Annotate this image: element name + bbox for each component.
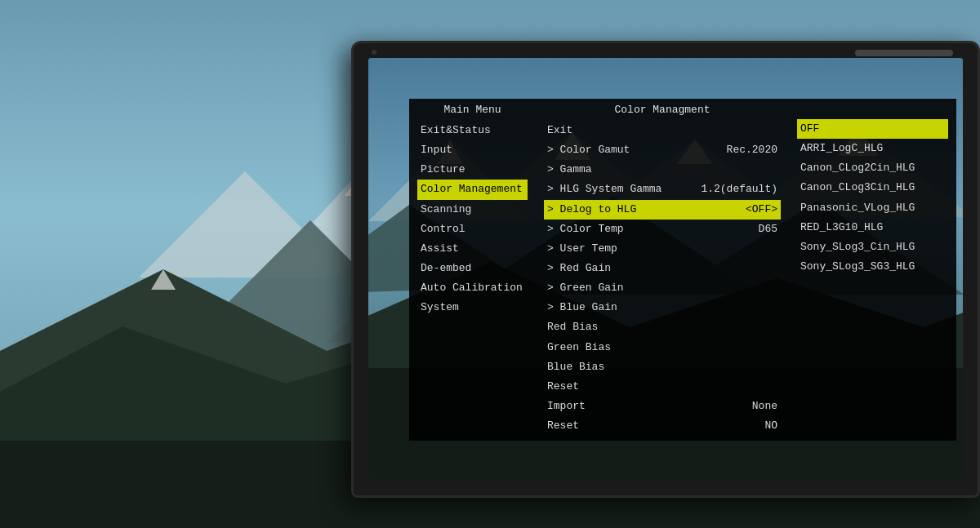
power-indicator	[372, 50, 376, 55]
menu-item-assist[interactable]: Assist	[417, 239, 528, 259]
osd-panels: Main Menu Exit&Status Input Picture Colo…	[409, 99, 956, 441]
right-item-canon-clog2[interactable]: Canon_CLog2Cin_HLG	[797, 158, 948, 178]
menu-item-scanning[interactable]: Scanning	[417, 200, 528, 220]
right-values-panel: OFF ARRI_LogC_HLG Canon_CLog2Cin_HLG Can…	[789, 99, 956, 441]
right-item-sony-slog3-cin[interactable]: Sony_SLog3_Cin_HLG	[797, 237, 948, 257]
cm-color-gamut[interactable]: > Color Gamut Rec.2020	[544, 140, 781, 160]
button-bar	[855, 50, 953, 56]
color-management-title: Color Managment	[544, 104, 781, 116]
right-item-canon-clog3[interactable]: Canon_CLog3Cin_HLG	[797, 178, 948, 197]
cm-green-bias[interactable]: Green Bias	[544, 338, 781, 357]
monitor-bezel: Main Menu Exit&Status Input Picture Colo…	[351, 41, 980, 498]
menu-item-input[interactable]: Input	[417, 140, 528, 160]
menu-item-de-embed[interactable]: De-embed	[417, 259, 528, 278]
cm-green-gain[interactable]: > Green Gain	[544, 278, 781, 298]
main-menu-title: Main Menu	[417, 104, 528, 116]
right-item-sony-slog3-sg3[interactable]: Sony_SLog3_SG3_HLG	[797, 257, 948, 277]
main-menu-panel: Main Menu Exit&Status Input Picture Colo…	[409, 99, 536, 441]
cm-delog-to-hlg[interactable]: > Delog to HLG <OFF>	[544, 200, 781, 220]
right-item-arri[interactable]: ARRI_LogC_HLG	[797, 139, 948, 158]
cm-color-temp[interactable]: > Color Temp D65	[544, 220, 781, 239]
cm-exit[interactable]: Exit	[544, 121, 781, 140]
right-item-panasonic-vlog[interactable]: Panasonic_VLog_HLG	[797, 198, 948, 218]
cm-gamma[interactable]: > Gamma	[544, 160, 781, 180]
menu-item-control[interactable]: Control	[417, 220, 528, 239]
cm-blue-gain[interactable]: > Blue Gain	[544, 298, 781, 317]
cm-red-bias[interactable]: Red Bias	[544, 317, 781, 337]
cm-hlg-system-gamma[interactable]: > HLG System Gamma 1.2(default)	[544, 180, 781, 199]
right-item-off[interactable]: OFF	[797, 119, 948, 139]
menu-item-exit-status[interactable]: Exit&Status	[417, 121, 528, 140]
cm-user-temp[interactable]: > User Temp	[544, 239, 781, 259]
cm-red-gain[interactable]: > Red Gain	[544, 259, 781, 278]
cm-reset[interactable]: Reset	[544, 377, 781, 397]
color-management-panel: Color Managment Exit > Color Gamut Rec.2…	[536, 99, 789, 441]
cm-blue-bias[interactable]: Blue Bias	[544, 357, 781, 377]
menu-item-system[interactable]: System	[417, 298, 528, 317]
menu-item-picture[interactable]: Picture	[417, 160, 528, 180]
menu-item-color-management[interactable]: Color Management	[417, 180, 528, 199]
menu-item-auto-calibration[interactable]: Auto Calibration	[417, 278, 528, 298]
osd-overlay: Main Menu Exit&Status Input Picture Colo…	[368, 58, 963, 481]
cm-import[interactable]: Import None	[544, 397, 781, 416]
monitor-screen: Main Menu Exit&Status Input Picture Colo…	[368, 58, 963, 481]
cm-reset2[interactable]: Reset NO	[544, 416, 781, 436]
right-item-red-l3g10[interactable]: RED_L3G10_HLG	[797, 218, 948, 237]
